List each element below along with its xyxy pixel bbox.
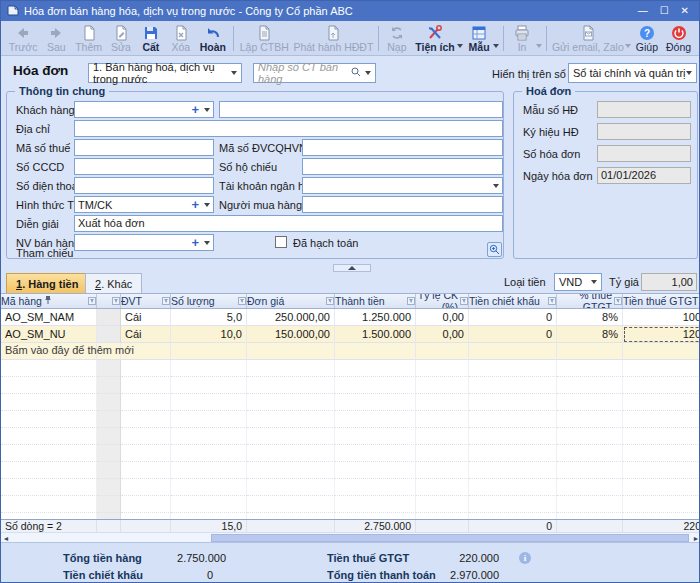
chevron-down-icon[interactable] (365, 71, 371, 75)
chevron-down-icon[interactable] (204, 203, 210, 207)
grid-cell-ma_hang[interactable]: AO_SM_NAM (1, 309, 97, 326)
book-select[interactable]: Sổ tài chính và quản trị (568, 63, 697, 83)
tab-hang-tien[interactable]: 1. Hàng tiền (6, 273, 88, 293)
grid-cell[interactable] (416, 343, 469, 360)
grid-cell[interactable] (623, 343, 700, 360)
customer-name-field[interactable] (219, 101, 503, 118)
toolbar-hoan-button[interactable]: Hoàn (196, 22, 230, 55)
exchange-rate-field[interactable]: 1,00 (641, 273, 697, 291)
search-icon[interactable] (351, 67, 361, 79)
add-icon[interactable]: + (191, 236, 199, 249)
grid-cell-pct_thue_gtgt[interactable]: 8% (557, 326, 623, 343)
close-button[interactable]: ✕ (681, 1, 689, 21)
toolbar-cat-button[interactable]: Cất (136, 22, 166, 55)
grid-cell-so_luong[interactable]: 5,0 (171, 309, 247, 326)
pin-icon[interactable] (44, 295, 52, 307)
add-new-row[interactable]: Bấm vào đây để thêm mới (1, 343, 700, 360)
grid-cell-thanh_tien[interactable]: 1.500.000 (335, 326, 416, 343)
info-icon[interactable]: i (519, 552, 531, 564)
filter-icon[interactable] (548, 295, 556, 307)
chevron-down-icon[interactable] (493, 44, 499, 48)
toolbar-sua-button[interactable]: Sửa (106, 22, 136, 55)
maximize-button[interactable]: ☐ (660, 1, 669, 21)
grid-cell-tien_chiet_khau[interactable]: 0 (469, 309, 557, 326)
cccd-field[interactable] (74, 158, 214, 175)
grid-cell[interactable] (557, 343, 623, 360)
grid-cell-dvt[interactable]: Cái (121, 326, 171, 343)
toolbar-xoa-button[interactable]: Xóa (166, 22, 196, 55)
toolbar-dong-button[interactable]: Đóng (662, 22, 695, 55)
filter-icon[interactable] (112, 295, 120, 307)
grid-cell-don_gia[interactable]: 250.000,00 (247, 309, 335, 326)
horizontal-scrollbar[interactable]: ◄ ► (1, 532, 700, 542)
buyer-field[interactable] (302, 196, 503, 213)
table-row[interactable]: AO_SM_NUCái10,0150.000,001.500.0000,0008… (1, 326, 700, 343)
column-header-pct_thue_gtgt[interactable]: % thuế GTGT (557, 294, 623, 308)
toolbar-mau-button[interactable]: Mẫu (464, 22, 494, 55)
grid-cell[interactable] (469, 343, 557, 360)
passport-field[interactable] (302, 158, 503, 175)
filter-icon[interactable] (88, 295, 96, 307)
filter-icon[interactable] (407, 295, 415, 307)
description-field[interactable]: Xuất hóa đơn (74, 215, 503, 232)
table-row[interactable]: AO_SM_NAMCái5,0250.000,001.250.0000,0008… (1, 309, 700, 326)
reference-zoom-button[interactable] (487, 242, 502, 257)
posted-checkbox[interactable] (275, 236, 287, 248)
address-field[interactable] (74, 120, 503, 137)
chevron-down-icon[interactable] (536, 44, 542, 48)
grid-cell-pct_thue_gtgt[interactable]: 8% (557, 309, 623, 326)
grid-cell[interactable] (335, 343, 416, 360)
chevron-down-icon[interactable] (625, 44, 631, 48)
filter-icon[interactable] (614, 295, 622, 307)
add-icon[interactable]: + (191, 198, 199, 211)
splitter-collapse-button[interactable] (333, 264, 371, 272)
grid-cell-so_luong[interactable]: 10,0 (171, 326, 247, 343)
grid-cell-tien_chiet_khau[interactable]: 0 (469, 326, 557, 343)
grid-cell-ty_le_ck[interactable]: 0,00 (416, 309, 469, 326)
toolbar-gui-email-zalo-button[interactable]: Gửi email, Zalo (550, 22, 626, 55)
tax-code-field[interactable] (74, 139, 214, 156)
dvcqhvns-field[interactable] (302, 139, 503, 156)
column-header-thanh_tien[interactable]: Thành tiền (335, 294, 416, 308)
grid-cell-dvt[interactable]: Cái (121, 309, 171, 326)
toolbar-lap-ctbh-button[interactable]: Lập CTBH (237, 22, 292, 55)
filter-icon[interactable] (238, 295, 246, 307)
invoice-date-field[interactable]: 01/01/2026 (597, 167, 691, 184)
column-header-tien_thue_gtgt[interactable]: Tiền thuế GTGT (623, 294, 700, 308)
toolbar-giup-button[interactable]: ?Giúp (632, 22, 662, 55)
chevron-down-icon[interactable] (204, 108, 210, 112)
chevron-down-icon[interactable] (493, 184, 499, 188)
grid-cell[interactable] (247, 343, 335, 360)
grid-cell[interactable] (171, 343, 247, 360)
grid-cell-ty_le_ck[interactable]: 0,00 (416, 326, 469, 343)
column-header-don_gia[interactable]: Đơn giá (247, 294, 335, 308)
grid-cell-thanh_tien[interactable]: 1.250.000 (335, 309, 416, 326)
filter-icon[interactable] (460, 295, 468, 307)
toolbar-truoc-button[interactable]: Trước (5, 22, 41, 55)
filter-icon[interactable] (326, 295, 334, 307)
column-header-ty_le_ck[interactable]: Tỷ lệ CK (%) (416, 294, 469, 308)
toolbar-phat-hanh-hddt-button[interactable]: Phát hành HĐĐT (292, 22, 375, 55)
toolbar-tien-ich-button[interactable]: Tiện ích (412, 22, 458, 55)
grid-cell-ma_hang[interactable]: AO_SM_NU (1, 326, 97, 343)
filter-icon[interactable] (162, 295, 170, 307)
column-header-tien_chiet_khau[interactable]: Tiền chiết khấu (469, 294, 557, 308)
invoice-type-select[interactable]: 1. Bán hàng hoá, dịch vụ trong nước (88, 63, 242, 83)
scrollbar-thumb[interactable] (211, 534, 689, 542)
currency-select[interactable]: VND (554, 273, 602, 291)
column-header-ma_hang[interactable]: Mã hàng (1, 294, 97, 308)
grid-cell-icon_col[interactable] (97, 326, 121, 343)
phone-field[interactable] (74, 177, 214, 194)
tab-khac[interactable]: 2. Khác (85, 273, 142, 293)
column-header-icon_col[interactable] (97, 294, 121, 308)
customer-select[interactable]: + (74, 101, 214, 118)
toolbar-sau-button[interactable]: Sau (41, 22, 71, 55)
payment-method-select[interactable]: TM/CK + (74, 196, 214, 213)
bank-account-select[interactable] (302, 177, 503, 194)
chevron-down-icon[interactable] (204, 241, 210, 245)
column-header-dvt[interactable]: ĐVT (121, 294, 171, 308)
sales-staff-select[interactable]: + (74, 234, 214, 251)
toolbar-in-button[interactable]: In (507, 22, 537, 55)
toolbar-nap-button[interactable]: Nạp (382, 22, 412, 55)
grid-cell-tien_thue_gtgt[interactable]: 100 (623, 309, 700, 326)
